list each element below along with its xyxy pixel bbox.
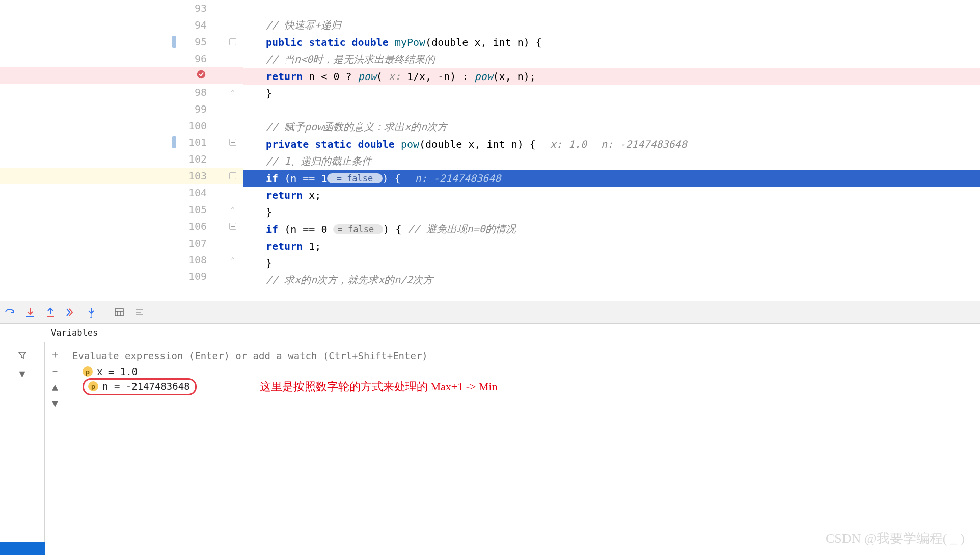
variables-list: p x = 1.0 p n = -2147483648 这里是按照数字轮的方式来… xyxy=(65,342,980,555)
annotation-highlight: p n = -2147483648 xyxy=(83,378,197,395)
line-number: 93 xyxy=(176,2,207,14)
parameter-badge-icon: p xyxy=(88,381,98,391)
variable-value: x = 1.0 xyxy=(97,366,138,377)
fold-end-icon[interactable]: ⌃ xyxy=(229,206,236,213)
current-execution-line: if (n == 1 = false ) {n: -2147483648 xyxy=(243,170,980,187)
step-over-button[interactable] xyxy=(3,306,16,319)
move-up-button[interactable]: ▲ xyxy=(48,380,62,393)
code-content[interactable]: // 快速幂+递归 public static double myPow(dou… xyxy=(243,0,980,285)
dropdown-button[interactable]: ▼ xyxy=(16,367,29,380)
code-editor: 93 94 95 96 98⌃ 99 100 101 102 103 104 1… xyxy=(0,0,980,285)
line-number: 104 xyxy=(176,187,207,199)
watch-side-toolbar: ＋ － ▲ ▼ xyxy=(45,342,65,555)
selected-frame-indicator[interactable] xyxy=(0,542,45,555)
step-out-button[interactable] xyxy=(44,306,57,319)
toolbar-separator xyxy=(105,306,105,319)
inline-debug-value: n: -2147483648 xyxy=(601,138,687,150)
code-comment: // 1、递归的截止条件 xyxy=(266,154,372,168)
user-annotation-text: 这里是按照数字轮的方式来处理的 Max+1 -> Min xyxy=(260,379,498,394)
frames-side-toolbar: ▼ xyxy=(0,342,45,555)
fold-icon[interactable] xyxy=(229,139,236,146)
step-into-button[interactable] xyxy=(23,306,37,319)
parameter-badge-icon: p xyxy=(83,366,93,377)
change-marker xyxy=(172,136,176,148)
breakpoint-icon[interactable] xyxy=(196,69,207,82)
line-number: 95 xyxy=(176,36,207,48)
fold-icon[interactable] xyxy=(229,223,236,230)
inline-debug-value: n: -2147483648 xyxy=(415,172,501,184)
code-comment: // 当n<0时，是无法求出最终结果的 xyxy=(266,52,435,66)
line-number: 107 xyxy=(176,237,207,249)
evaluate-expression-input[interactable] xyxy=(70,348,980,364)
line-number: 100 xyxy=(176,120,207,132)
svg-text:I: I xyxy=(90,313,92,318)
fold-end-icon[interactable]: ⌃ xyxy=(229,89,236,96)
line-number: 102 xyxy=(176,153,207,165)
fold-icon[interactable] xyxy=(229,172,236,179)
evaluate-expression-button[interactable] xyxy=(113,306,126,319)
code-comment: // 快速幂+递归 xyxy=(266,18,341,32)
variable-value: n = -2147483648 xyxy=(102,381,190,392)
inline-evaluation: = false xyxy=(333,224,383,234)
filter-button[interactable] xyxy=(16,349,29,362)
code-comment: // 求x的n次方，就先求x的n/2次方 xyxy=(266,273,433,287)
line-number: 99 xyxy=(176,103,207,115)
variable-row[interactable]: p n = -2147483648 xyxy=(70,379,980,394)
trace-current-stream-button[interactable] xyxy=(133,306,146,319)
line-number: 96 xyxy=(176,52,207,65)
code-comment: // 赋予pow函数的意义：求出x的n次方 xyxy=(266,120,447,134)
change-marker xyxy=(172,36,176,48)
inline-debug-value: x: 1.0 xyxy=(550,138,587,150)
line-number: 109 xyxy=(176,270,207,282)
line-number: 103 xyxy=(176,170,207,182)
line-number: 106 xyxy=(176,220,207,232)
watermark-text: CSDN @我要学编程( _ ) xyxy=(826,530,965,547)
variable-row[interactable]: p x = 1.0 xyxy=(70,364,980,379)
svg-rect-4 xyxy=(115,309,123,316)
move-down-button[interactable]: ▼ xyxy=(48,397,62,410)
line-number: 101 xyxy=(176,136,207,148)
line-number: 108 xyxy=(176,254,207,266)
editor-gutter: 93 94 95 96 98⌃ 99 100 101 102 103 104 1… xyxy=(0,0,243,285)
variables-tab[interactable]: Variables xyxy=(0,324,980,342)
line-number: 94 xyxy=(176,19,207,31)
force-step-into-button[interactable] xyxy=(64,306,77,319)
fold-end-icon[interactable]: ⌃ xyxy=(229,256,236,263)
variables-panel: ▼ ＋ － ▲ ▼ p x = 1.0 p n = -2147483648 这里… xyxy=(0,342,980,555)
debug-toolbar: I xyxy=(0,301,980,324)
line-number: 105 xyxy=(176,203,207,216)
line-number: 98 xyxy=(176,86,207,98)
inline-evaluation: = false xyxy=(327,173,382,183)
fold-icon[interactable] xyxy=(229,38,236,45)
add-watch-button[interactable]: ＋ xyxy=(48,348,62,361)
run-to-cursor-button[interactable]: I xyxy=(85,306,98,319)
remove-watch-button[interactable]: － xyxy=(48,364,62,377)
